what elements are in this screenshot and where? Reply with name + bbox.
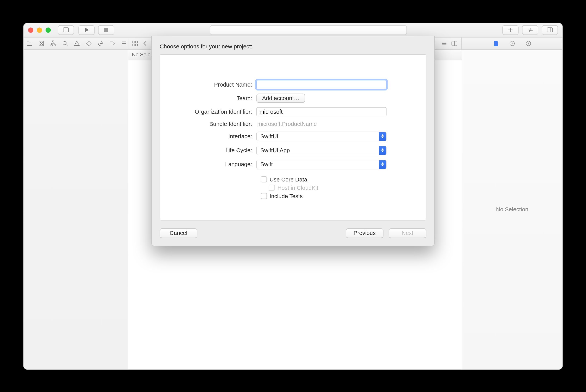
hierarchy-icon: [50, 40, 57, 46]
sheet-body: Product Name: Team: Add account… Organiz…: [160, 54, 426, 220]
clock-icon: [509, 40, 515, 46]
inspector-empty-text: No Selection: [496, 206, 528, 213]
stepper-icon: [379, 160, 386, 169]
project-navigator-tab[interactable]: [26, 40, 33, 46]
language-popup[interactable]: Swift: [256, 160, 386, 169]
find-navigator-tab[interactable]: [62, 40, 69, 46]
xcode-window: No Selection No Selection Choose options…: [23, 22, 563, 370]
include-tests-label: Include Tests: [270, 193, 303, 199]
svg-rect-21: [133, 44, 135, 46]
history-inspector-tab[interactable]: [509, 40, 515, 46]
product-name-label: Product Name:: [178, 81, 256, 88]
interface-popup[interactable]: SwiftUI: [256, 132, 386, 141]
next-button: Next: [389, 228, 426, 238]
square-x-icon: [38, 40, 45, 46]
svg-rect-9: [52, 40, 54, 42]
code-review-button[interactable]: [522, 25, 538, 35]
arrows-lr-icon: [527, 26, 533, 33]
list-icon: [121, 40, 128, 46]
host-cloudkit-checkbox: [269, 184, 275, 191]
sheet-heading: Choose options for your new project:: [160, 43, 426, 50]
run-button[interactable]: [79, 25, 95, 35]
tag-icon: [109, 40, 116, 46]
play-icon: [83, 26, 90, 33]
svg-rect-19: [133, 41, 135, 43]
debug-navigator-tab[interactable]: [97, 40, 104, 46]
editor-options-button[interactable]: [441, 40, 448, 46]
search-icon: [62, 40, 69, 46]
toggle-inspector-button[interactable]: [542, 25, 558, 35]
team-label: Team:: [178, 95, 256, 101]
document-icon: [492, 40, 499, 46]
svg-rect-10: [51, 44, 52, 46]
toggle-navigator-button[interactable]: [58, 25, 74, 35]
chevron-left-icon: [142, 40, 148, 46]
lines-icon: [441, 40, 448, 46]
diamond-icon: [86, 40, 92, 46]
symbol-navigator-tab[interactable]: [50, 40, 57, 46]
library-button[interactable]: [502, 25, 518, 35]
close-window-button[interactable]: [28, 27, 33, 32]
titlebar: [24, 23, 562, 38]
svg-rect-22: [136, 44, 138, 46]
interface-popup-value: SwiftUI: [257, 132, 379, 140]
split-icon: [451, 40, 458, 46]
test-navigator-tab[interactable]: [86, 40, 92, 46]
language-label: Language:: [178, 161, 256, 168]
new-project-options-sheet: Choose options for your new project: Pro…: [151, 36, 435, 246]
add-editor-button[interactable]: [451, 40, 458, 46]
include-tests-checkbox[interactable]: [261, 193, 267, 199]
use-core-data-checkbox[interactable]: [261, 176, 267, 182]
folder-icon: [26, 40, 33, 46]
source-control-navigator-tab[interactable]: [38, 40, 45, 46]
svg-rect-20: [136, 41, 138, 43]
svg-rect-3: [104, 28, 108, 32]
stop-button[interactable]: [98, 25, 114, 35]
stepper-icon: [379, 146, 386, 154]
window-controls: [28, 27, 51, 32]
activity-view: [210, 25, 407, 35]
svg-rect-6: [547, 28, 553, 32]
svg-point-30: [528, 44, 528, 45]
cancel-button[interactable]: Cancel: [160, 228, 197, 238]
interface-label: Interface:: [178, 133, 256, 140]
issue-navigator-tab[interactable]: [74, 40, 80, 46]
svg-marker-2: [85, 28, 89, 32]
bundle-id-label: Bundle Identifier:: [178, 120, 256, 127]
svg-point-15: [99, 43, 101, 45]
warning-icon: [74, 40, 80, 46]
sidebar-right-icon: [547, 26, 553, 33]
breakpoint-navigator-tab[interactable]: [109, 40, 116, 46]
life-cycle-popup-value: SwiftUI App: [257, 146, 379, 154]
inspector-area: No Selection: [462, 50, 562, 369]
previous-button[interactable]: Previous: [346, 228, 383, 238]
svg-line-13: [66, 44, 68, 46]
history-back-button[interactable]: [142, 40, 148, 46]
host-cloudkit-label: Host in CloudKit: [278, 184, 318, 191]
spray-icon: [97, 40, 104, 46]
life-cycle-popup[interactable]: SwiftUI App: [256, 146, 386, 155]
grid-icon: [132, 40, 138, 46]
product-name-input[interactable]: [256, 80, 386, 89]
sidebar-left-icon: [63, 26, 69, 33]
org-id-label: Organization Identifier:: [178, 108, 256, 115]
use-core-data-label: Use Core Data: [270, 176, 307, 183]
org-id-input[interactable]: [256, 107, 386, 116]
navigator-area: [24, 50, 128, 369]
language-popup-value: Swift: [257, 160, 379, 169]
report-navigator-tab[interactable]: [121, 40, 128, 46]
file-inspector-tab[interactable]: [492, 40, 499, 46]
minimize-window-button[interactable]: [37, 27, 42, 32]
help-inspector-tab[interactable]: [525, 40, 531, 46]
related-items-button[interactable]: [132, 40, 138, 46]
svg-point-12: [63, 41, 66, 44]
question-icon: [525, 40, 531, 46]
life-cycle-label: Life Cycle:: [178, 147, 256, 154]
add-account-button[interactable]: Add account…: [256, 93, 305, 102]
stop-icon: [103, 26, 110, 33]
plus-icon: [507, 26, 514, 33]
zoom-window-button[interactable]: [46, 27, 51, 32]
svg-rect-11: [54, 44, 56, 46]
svg-rect-0: [63, 28, 69, 32]
stepper-icon: [379, 132, 386, 140]
